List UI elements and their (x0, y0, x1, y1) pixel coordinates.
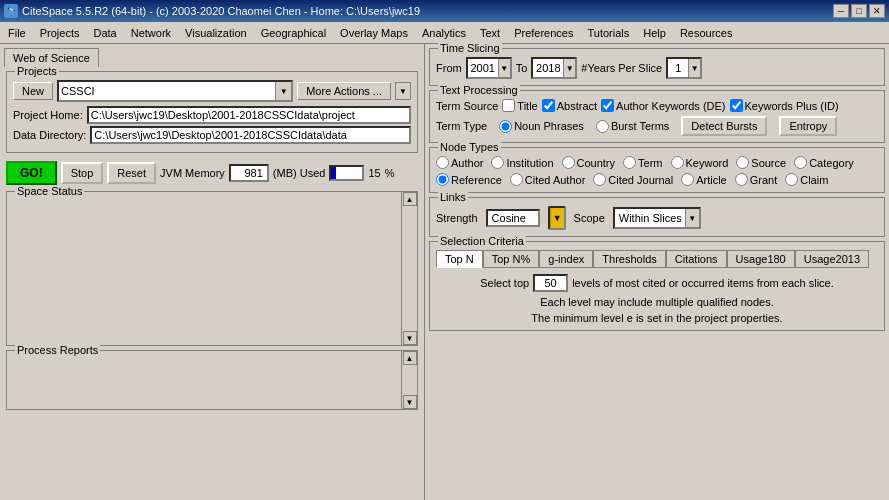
country-radio-label[interactable]: Country (562, 156, 616, 169)
from-select[interactable]: ▼ (466, 57, 512, 79)
keywords-plus-checkbox-label[interactable]: Keywords Plus (ID) (730, 99, 839, 112)
scope-input[interactable] (615, 211, 685, 225)
term-source-label: Term Source (436, 100, 498, 112)
keyword-radio[interactable] (671, 156, 684, 169)
to-input[interactable] (533, 61, 563, 75)
reference-radio-label[interactable]: Reference (436, 173, 502, 186)
title-checkbox[interactable] (502, 99, 515, 112)
source-radio[interactable] (736, 156, 749, 169)
burst-terms-radio[interactable] (596, 120, 609, 133)
claim-radio-label[interactable]: Claim (785, 173, 828, 186)
tab-top-n-percent[interactable]: Top N% (483, 250, 540, 268)
strength-input[interactable] (488, 211, 538, 225)
entropy-button[interactable]: Entropy (779, 116, 837, 136)
article-radio-label[interactable]: Article (681, 173, 727, 186)
claim-radio[interactable] (785, 173, 798, 186)
project-input[interactable] (59, 84, 275, 98)
noun-phrases-radio[interactable] (499, 120, 512, 133)
menu-analytics[interactable]: Analytics (416, 25, 472, 41)
tab-citations[interactable]: Citations (666, 250, 727, 268)
institution-radio-label[interactable]: Institution (491, 156, 553, 169)
menu-network[interactable]: Network (125, 25, 177, 41)
article-radio[interactable] (681, 173, 694, 186)
qualified-text: Each level may include multiple qualifie… (436, 296, 878, 308)
to-arrow[interactable]: ▼ (563, 59, 575, 77)
process-scroll-up[interactable]: ▲ (403, 351, 417, 365)
menu-text[interactable]: Text (474, 25, 506, 41)
grant-radio-label[interactable]: Grant (735, 173, 778, 186)
stop-button[interactable]: Stop (61, 162, 104, 184)
new-button[interactable]: New (13, 82, 53, 100)
reference-radio[interactable] (436, 173, 449, 186)
title-checkbox-label[interactable]: Title (502, 99, 537, 112)
scope-arrow[interactable]: ▼ (685, 209, 699, 227)
menu-help[interactable]: Help (637, 25, 672, 41)
keyword-radio-label[interactable]: Keyword (671, 156, 729, 169)
scroll-up-button[interactable]: ▲ (403, 192, 417, 206)
per-slice-arrow[interactable]: ▼ (688, 59, 700, 77)
term-radio-label[interactable]: Term (623, 156, 662, 169)
more-actions-arrow[interactable]: ▼ (395, 82, 411, 100)
select-top-input[interactable] (533, 274, 568, 292)
menu-geographical[interactable]: Geographical (255, 25, 332, 41)
per-slice-select[interactable]: ▼ (666, 57, 702, 79)
tab-web-of-science[interactable]: Web of Science (4, 48, 99, 67)
menu-tutorials[interactable]: Tutorials (581, 25, 635, 41)
cited-journal-radio[interactable] (593, 173, 606, 186)
noun-phrases-radio-label[interactable]: Noun Phrases (499, 120, 584, 133)
project-dropdown-arrow[interactable]: ▼ (275, 82, 291, 100)
source-radio-label[interactable]: Source (736, 156, 786, 169)
grant-radio[interactable] (735, 173, 748, 186)
space-status-group: Space Status ▲ ▼ (6, 191, 418, 346)
more-actions-button[interactable]: More Actions ... (297, 82, 391, 100)
author-radio-label[interactable]: Author (436, 156, 483, 169)
menu-resources[interactable]: Resources (674, 25, 739, 41)
tab-thresholds[interactable]: Thresholds (593, 250, 665, 268)
strength-dropdown-highlight[interactable]: ▼ (548, 206, 566, 230)
scroll-down-button[interactable]: ▼ (403, 331, 417, 345)
menu-preferences[interactable]: Preferences (508, 25, 579, 41)
author-keywords-checkbox[interactable] (601, 99, 614, 112)
cited-author-radio-label[interactable]: Cited Author (510, 173, 586, 186)
menu-file[interactable]: File (2, 25, 32, 41)
process-scrollbar[interactable]: ▲ ▼ (401, 351, 417, 409)
menu-data[interactable]: Data (87, 25, 122, 41)
institution-radio[interactable] (491, 156, 504, 169)
reset-button[interactable]: Reset (107, 162, 156, 184)
maximize-button[interactable]: □ (851, 4, 867, 18)
detect-bursts-button[interactable]: Detect Bursts (681, 116, 767, 136)
per-slice-input[interactable] (668, 61, 688, 75)
burst-terms-radio-label[interactable]: Burst Terms (596, 120, 669, 133)
menu-visualization[interactable]: Visualization (179, 25, 253, 41)
term-type-row: Term Type Noun Phrases Burst Terms Detec… (436, 116, 878, 136)
space-status-scrollbar[interactable]: ▲ ▼ (401, 192, 417, 345)
category-radio-label[interactable]: Category (794, 156, 854, 169)
tab-top-n[interactable]: Top N (436, 250, 483, 268)
process-scroll-down[interactable]: ▼ (403, 395, 417, 409)
abstract-checkbox[interactable] (542, 99, 555, 112)
tab-g-index[interactable]: g-index (539, 250, 593, 268)
strength-dropdown-arrow[interactable]: ▼ (550, 208, 564, 228)
menu-overlay-maps[interactable]: Overlay Maps (334, 25, 414, 41)
author-radio[interactable] (436, 156, 449, 169)
project-dropdown[interactable]: ▼ (57, 80, 293, 102)
close-button[interactable]: ✕ (869, 4, 885, 18)
main-container: Web of Science Projects New ▼ More Actio… (0, 44, 889, 500)
tab-usage180[interactable]: Usage180 (727, 250, 795, 268)
tab-usage2013[interactable]: Usage2013 (795, 250, 869, 268)
go-button[interactable]: GO! (6, 161, 57, 185)
author-keywords-checkbox-label[interactable]: Author Keywords (DE) (601, 99, 725, 112)
keywords-plus-checkbox[interactable] (730, 99, 743, 112)
category-radio[interactable] (794, 156, 807, 169)
cited-journal-radio-label[interactable]: Cited Journal (593, 173, 673, 186)
term-radio[interactable] (623, 156, 636, 169)
country-radio[interactable] (562, 156, 575, 169)
from-input[interactable] (468, 61, 498, 75)
per-slice-label: #Years Per Slice (581, 62, 662, 74)
abstract-checkbox-label[interactable]: Abstract (542, 99, 597, 112)
menu-projects[interactable]: Projects (34, 25, 86, 41)
from-arrow[interactable]: ▼ (498, 59, 510, 77)
cited-author-radio[interactable] (510, 173, 523, 186)
to-select[interactable]: ▼ (531, 57, 577, 79)
minimize-button[interactable]: ─ (833, 4, 849, 18)
